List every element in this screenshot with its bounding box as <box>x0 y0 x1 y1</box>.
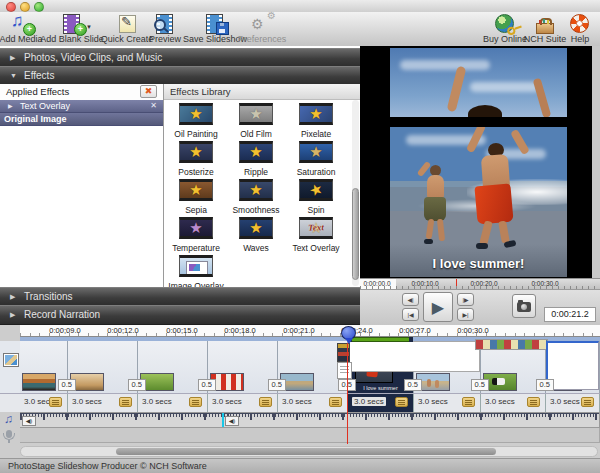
speaker-icon[interactable]: ◀) <box>22 416 36 426</box>
playhead-line <box>347 343 348 444</box>
scrub-time-label: 0:00:10.0 <box>411 280 438 287</box>
effects-library-grid: ★Oil Painting★Old Film★Pixelate★Posteriz… <box>166 99 350 290</box>
effect-saturation[interactable]: ★Saturation <box>286 140 346 178</box>
timeline-slide-3[interactable]: 0.5 <box>138 341 208 393</box>
transition-badge[interactable]: 0.5 <box>471 379 489 391</box>
duration-label: 3.0 secs <box>212 397 242 406</box>
duration-button[interactable] <box>119 397 132 407</box>
section-photos-video-music[interactable]: ▶ Photos, Video Clips, and Music <box>0 48 360 68</box>
duration-button[interactable] <box>462 397 475 407</box>
effects-library-title: Effects Library <box>164 84 360 100</box>
effect-old-film[interactable]: ★Old Film <box>226 102 286 140</box>
help-button[interactable]: Help <box>545 12 600 45</box>
effect-sepia[interactable]: ★Sepia <box>166 178 226 216</box>
text-overlay-duration-bar[interactable] <box>348 337 413 342</box>
timeline-ruler[interactable]: 0:00;09.00:00;12.00:00;15.00:00;18.00:00… <box>20 325 600 337</box>
close-icon[interactable]: ✕ <box>150 100 157 112</box>
effect-thumbnail[interactable]: ★ <box>239 217 273 239</box>
section-record-narration[interactable]: ▶ Record Narration <box>0 305 360 325</box>
effect-spin[interactable]: ★Spin <box>286 178 346 216</box>
applied-effect-text-overlay[interactable]: ▶ Text Overlay ✕ <box>0 100 163 113</box>
transition-badge[interactable]: 0.5 <box>128 379 146 391</box>
section-label: Record Narration <box>24 306 100 324</box>
effect-thumbnail[interactable]: ★ <box>239 103 273 125</box>
duration-button[interactable] <box>395 397 408 407</box>
effect-text-overlay[interactable]: ★TextText Overlay <box>286 216 346 254</box>
transition-badge[interactable]: 0.5 <box>268 379 286 391</box>
timeline-slide-1[interactable]: 0.5 <box>20 341 68 393</box>
zoom-window-button[interactable] <box>34 2 44 12</box>
effect-label: Text Overlay <box>286 243 346 253</box>
transition-badge[interactable]: 0.5 <box>536 379 554 391</box>
ruler-time-label: 0:00;12.0 <box>107 326 138 335</box>
collapsed-triangle-icon: ▶ <box>10 49 15 67</box>
transition-badge[interactable]: 0.5 <box>58 379 76 391</box>
music-track[interactable]: ◀) ◀) <box>20 412 600 428</box>
duration-button[interactable] <box>329 397 342 407</box>
effect-oil-painting[interactable]: ★Oil Painting <box>166 102 226 140</box>
frame-back-button[interactable]: ◀| <box>402 293 419 306</box>
effect-smoothness[interactable]: ★Smoothness <box>226 178 286 216</box>
effect-thumbnail[interactable]: ★ <box>299 103 333 125</box>
duration-cell-5: 3.0 secs <box>278 394 348 412</box>
library-scrollbar-thumb[interactable] <box>352 188 359 280</box>
go-to-start-button[interactable]: |◀ <box>402 308 419 321</box>
timeline-playhead[interactable] <box>341 326 356 340</box>
star-icon: ★ <box>249 144 262 159</box>
effect-label: Temperature <box>166 243 226 253</box>
effect-thumbnail[interactable]: ★ <box>299 179 333 201</box>
transition-badge[interactable]: 0.5 <box>198 379 216 391</box>
go-to-end-button[interactable]: ▶| <box>457 308 474 321</box>
effect-thumbnail[interactable]: ★Text <box>299 217 333 239</box>
effect-pixelate[interactable]: ★Pixelate <box>286 102 346 140</box>
status-text: PhotoStage Slideshow Producer © NCH Soft… <box>8 461 207 471</box>
effect-label: Spin <box>286 205 346 215</box>
transition-badge[interactable]: 0.5 <box>404 379 422 391</box>
remove-icon: ✖ <box>145 86 153 96</box>
narration-track[interactable] <box>20 428 600 443</box>
duration-button[interactable] <box>581 397 594 407</box>
collapsed-triangle-icon: ▶ <box>10 288 15 306</box>
effect-thumbnail[interactable]: ★ <box>239 179 273 201</box>
effect-thumbnail[interactable]: ★ <box>179 141 213 163</box>
duration-button[interactable] <box>189 397 202 407</box>
effect-waves[interactable]: ★Waves <box>226 216 286 254</box>
save-slideshow-icon <box>203 13 227 34</box>
effect-thumbnail[interactable]: ★ <box>239 141 273 163</box>
frame-forward-button[interactable]: |▶ <box>457 293 474 306</box>
scrollbar-thumb[interactable] <box>116 448 496 455</box>
duration-label: 3.0 secs <box>352 397 386 406</box>
scrub-bar[interactable]: 0:00:00.00:00:10.00:00:20.00:00:30.0 <box>360 278 600 289</box>
duration-button[interactable] <box>259 397 272 407</box>
effects-panel: Applied Effects ✖ ▶ Text Overlay ✕ Origi… <box>0 84 360 287</box>
speaker-icon[interactable]: ◀) <box>225 416 239 426</box>
effect-thumbnail[interactable]: ★ <box>179 179 213 201</box>
play-button[interactable]: ▶ <box>423 292 453 322</box>
effect-posterize[interactable]: ★Posterize <box>166 140 226 178</box>
effect-thumbnail[interactable]: ★ <box>299 141 333 163</box>
section-transitions[interactable]: ▶ Transitions <box>0 287 360 307</box>
effect-thumbnail[interactable]: ★ <box>179 217 213 239</box>
duration-cell-4: 3.0 secs <box>208 394 278 412</box>
ruler-time-label: 0:00;30.0 <box>457 326 488 335</box>
duration-cell-6: 3.0 secs <box>348 394 414 412</box>
slide-thumbnail[interactable] <box>22 373 56 391</box>
preview-caption: I love summer! <box>390 256 567 271</box>
remove-effect-button[interactable]: ✖ <box>140 85 157 98</box>
effect-ripple[interactable]: ★Ripple <box>226 140 286 178</box>
clip-strip-overlay <box>475 339 548 350</box>
timeline-slide-4[interactable]: 0.5 <box>208 341 278 393</box>
applied-effect-original-image[interactable]: Original Image <box>0 113 163 126</box>
duration-button[interactable] <box>527 397 540 407</box>
horizontal-scrollbar[interactable] <box>20 446 598 457</box>
applied-effects-panel: Applied Effects ✖ ▶ Text Overlay ✕ Origi… <box>0 84 164 287</box>
star-icon: ★ <box>189 182 202 197</box>
timeline-slide-2[interactable]: 0.5 <box>68 341 138 393</box>
effect-temperature[interactable]: ★Temperature <box>166 216 226 254</box>
snapshot-button[interactable] <box>512 294 536 318</box>
library-scrollbar[interactable] <box>352 100 359 286</box>
duration-button[interactable] <box>49 397 62 407</box>
effect-thumbnail[interactable] <box>179 255 213 277</box>
toolbar-label: Help <box>571 34 590 44</box>
effect-thumbnail[interactable]: ★ <box>179 103 213 125</box>
